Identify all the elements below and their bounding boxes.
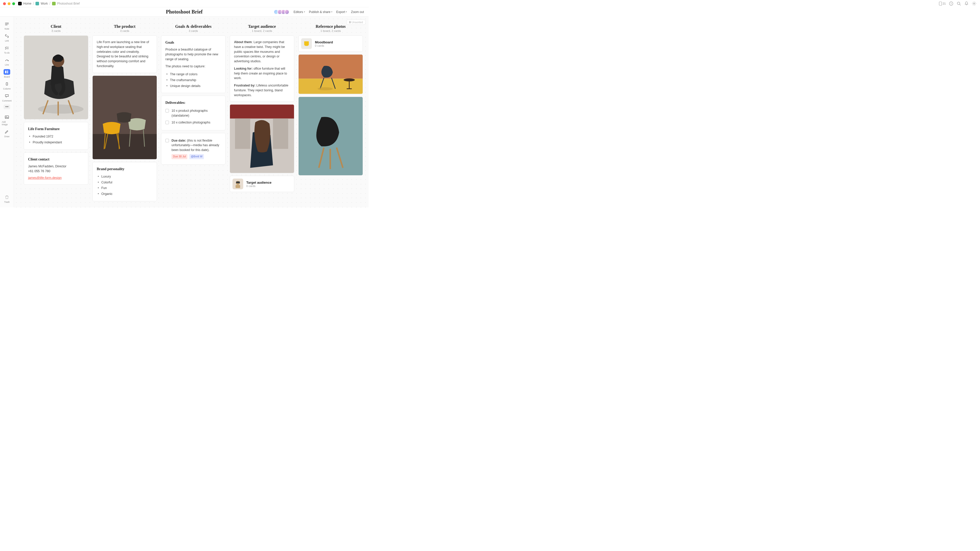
svg-rect-25 [230,105,294,119]
column-header[interactable]: Reference photos 1 board, 2 cards [298,24,363,32]
card-client-photo[interactable] [24,35,88,119]
breadcrumb-home-label: Home [23,2,32,5]
contact-heading: Client contact [28,157,84,162]
header-actions: Editors▾ Publish & share▾ Export▾ Zoom o… [274,10,364,14]
tool-link[interactable]: Link [2,32,12,43]
checkbox[interactable] [165,109,169,113]
list-item: Organic [97,191,153,197]
breadcrumb-home[interactable]: ⌂ Home [18,2,32,5]
checkbox[interactable] [165,139,169,142]
svg-rect-21 [55,60,62,62]
deliverables-heading: Deliverables: [165,100,221,105]
tool-line[interactable]: Line [2,56,12,67]
tool-more[interactable]: ••• [3,105,10,109]
nested-sub: 0 cards [315,44,333,47]
collaborator-avatars[interactable] [274,10,290,14]
card-reference-photo-2[interactable] [298,97,363,176]
card-product-intro[interactable]: Life Form are launching a new line of hi… [92,35,157,73]
checkbox[interactable] [165,121,169,124]
unsorted-badge[interactable]: 0 Unsorted [347,20,366,25]
list-item: Colorful [97,179,153,186]
svg-point-33 [238,181,240,183]
card-due-date[interactable]: Due date: (this is not flexible unfortun… [161,133,226,165]
breadcrumb-current[interactable]: Photoshoot Brief [52,2,80,5]
page-header: Photoshoot Brief Editors▾ Publish & shar… [0,7,369,17]
mention-tag[interactable]: @Brett W [189,154,204,159]
card-brand-personality[interactable]: Brand personality Luxury Colorful Fun Or… [92,162,157,201]
audience-photo-placeholder [230,105,294,173]
tool-draw-label: Draw [4,135,10,138]
column-client: Client 3 cards [24,24,88,204]
card-client-company[interactable]: Life Form Furniture Founded 1972 Proudly… [24,122,88,150]
board-canvas[interactable]: 0 Unsorted Client 3 cards [14,17,369,207]
tool-add-image[interactable]: Add image [2,113,12,127]
column-title: Client [24,24,88,29]
nested-thumb [232,179,243,189]
close-window-icon[interactable] [3,2,6,5]
about-label: About them [234,40,251,44]
tool-board[interactable]: Board [2,68,12,79]
reference-photo-2-placeholder [299,97,363,176]
column-header[interactable]: Goals & deliverables 3 cards [161,24,226,32]
svg-rect-12 [6,83,8,85]
zoom-label: Zoom out [351,10,364,14]
document-icon [52,2,56,5]
tool-note-label: Note [5,27,9,30]
tool-comment-label: Comment [2,100,12,102]
unsorted-label: Unsorted [352,21,363,24]
editors-dropdown[interactable]: Editors▾ [293,10,305,14]
nested-board-moodboard[interactable]: Moodboard 0 cards [298,35,363,52]
tool-comment[interactable]: Comment [2,92,12,103]
export-label: Export [336,10,345,14]
column-title: Target audience [230,24,294,29]
svg-point-32 [236,181,238,183]
breadcrumb-separator: / [33,1,34,6]
chevron-down-icon: ▾ [304,11,305,13]
nested-board-audience[interactable]: Target audience 0 cards [230,176,294,192]
card-goals[interactable]: Goals Produce a beautiful catalogue of p… [161,35,226,93]
card-reference-photo-1[interactable] [298,54,363,94]
due-label: Due date: [172,139,186,142]
list-item: Fun [97,185,153,191]
tool-board-label: Board [4,76,10,78]
comment-icon [3,93,10,99]
traffic-lights [3,2,15,5]
client-photo-placeholder [24,36,88,119]
product-intro-text: Life Form are launching a new line of hi… [97,40,153,68]
zoom-out-button[interactable]: Zoom out [351,10,364,14]
column-sub: 3 cards [24,29,88,32]
breadcrumb-work[interactable]: Work [35,2,48,5]
folder-icon [35,2,39,5]
tool-todo[interactable]: To-do [2,44,12,55]
card-audience-desc[interactable]: About them: Large companies that have a … [230,35,294,102]
card-client-contact[interactable]: Client contact James McFadden, Director … [24,152,88,185]
card-deliverables[interactable]: Deliverables: 10 x product photographs (… [161,96,226,130]
frustrated-label: Frustrated by: [234,84,256,87]
column-sub: 1 board, 2 cards [230,29,294,32]
card-product-photo[interactable] [92,76,157,159]
column-header[interactable]: The product 3 cards [92,24,157,32]
board-icon [3,69,10,75]
tool-draw[interactable]: Draw [2,128,12,139]
list-item: The craftsmanship [166,77,221,83]
tool-sidebar: Note Link To-do Line Board Column Commen… [0,17,14,207]
column-header[interactable]: Target audience 1 board, 2 cards [230,24,294,32]
list-item: Founded 1972 [29,134,84,140]
minimize-window-icon[interactable] [8,2,11,5]
maximize-window-icon[interactable] [12,2,15,5]
tool-column[interactable]: Column [2,80,12,91]
due-date-text: Due date: (this is not flexible unfortun… [172,138,221,159]
tool-link-label: Link [5,40,9,42]
card-audience-photo[interactable] [230,104,294,173]
column-icon [3,81,10,87]
due-tag[interactable]: Due 30 Jul [172,154,187,159]
export-dropdown[interactable]: Export▾ [336,10,347,14]
tool-note[interactable]: Note [2,20,12,31]
publish-dropdown[interactable]: Publish & share▾ [309,10,332,14]
tool-trash[interactable]: Trash [2,193,12,204]
nested-sub: 0 cards [246,184,272,187]
column-audience: Target audience 1 board, 2 cards About t… [230,24,294,204]
brand-heading: Brand personality [97,166,153,171]
contact-email-link[interactable]: james@life-form.design [28,176,62,179]
column-header[interactable]: Client 3 cards [24,24,88,32]
